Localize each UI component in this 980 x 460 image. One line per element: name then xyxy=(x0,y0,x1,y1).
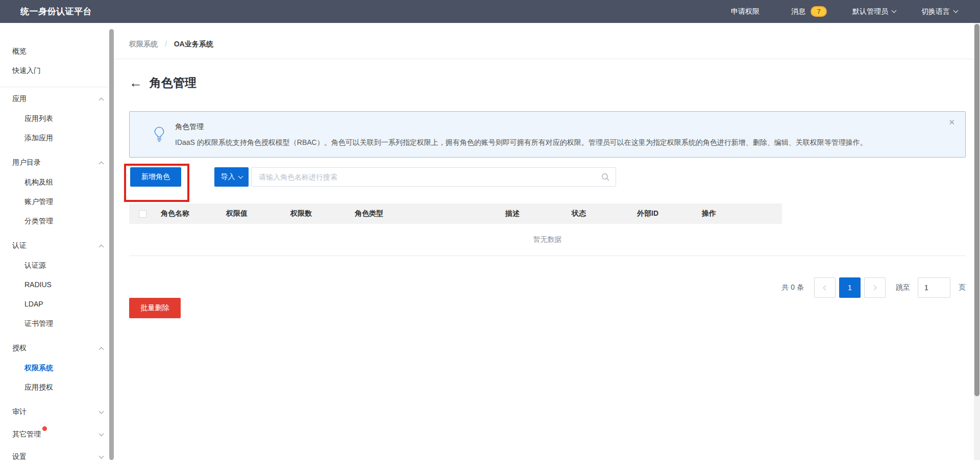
chevron-right-icon xyxy=(872,285,877,290)
main-content: 权限系统 / OA业务系统 ← 角色管理 角色管理 IDaaS 的权限系统支持角… xyxy=(114,23,980,460)
page-head: ← 角色管理 xyxy=(129,74,966,91)
sidebar-scrollbar[interactable] xyxy=(109,29,114,460)
page-body: 概览 快速入门 应用 应用列表 添加应用 用户目录 机构及组 账户管理 分类管理… xyxy=(0,23,980,460)
sidebar-divider xyxy=(0,87,114,87)
sidebar-item-app-authorization[interactable]: 应用授权 xyxy=(0,377,114,397)
message-count-badge: 7 xyxy=(811,6,827,17)
search-input[interactable] xyxy=(259,173,601,181)
chevron-down-icon xyxy=(892,8,897,13)
close-icon[interactable]: ✕ xyxy=(948,118,955,127)
admin-menu[interactable]: 默认管理员 xyxy=(852,7,896,16)
sidebar-item-account-mgmt[interactable]: 账户管理 xyxy=(0,192,114,211)
empty-state: 暂无数据 xyxy=(129,224,966,256)
header-divider xyxy=(114,59,980,59)
column-header-actions: 操作 xyxy=(702,209,782,218)
chevron-left-icon xyxy=(823,285,828,290)
sidebar-group-audit[interactable]: 审计 xyxy=(0,402,114,422)
breadcrumb-current: OA业务系统 xyxy=(174,40,213,48)
chevron-down-icon xyxy=(99,409,104,414)
search-icon[interactable] xyxy=(601,173,609,181)
import-button-label: 导入 xyxy=(221,172,235,182)
current-page-button[interactable]: 1 xyxy=(839,277,861,298)
next-page-button[interactable] xyxy=(864,277,886,298)
toolbar: 新增角色 导入 xyxy=(129,167,966,187)
page-unit-label: 页 xyxy=(959,283,966,292)
lightbulb-icon xyxy=(153,125,166,144)
sidebar-item-auth-source[interactable]: 认证源 xyxy=(0,255,114,275)
breadcrumb: 权限系统 / OA业务系统 xyxy=(129,40,966,49)
sidebar-group-user-directory[interactable]: 用户目录 xyxy=(0,153,114,172)
sidebar-item-cert-mgmt[interactable]: 证书管理 xyxy=(0,314,114,333)
column-header-status: 状态 xyxy=(572,209,637,218)
apply-permission-link[interactable]: 申请权限 xyxy=(731,7,760,16)
sidebar: 概览 快速入门 应用 应用列表 添加应用 用户目录 机构及组 账户管理 分类管理… xyxy=(0,23,114,460)
batch-delete-button[interactable]: 批量删除 xyxy=(129,298,181,318)
chevron-down-icon xyxy=(953,8,959,13)
search-box xyxy=(251,167,616,187)
add-role-button[interactable]: 新增角色 xyxy=(130,167,181,187)
prev-page-button[interactable] xyxy=(814,277,836,298)
sidebar-group-label: 设置 xyxy=(12,452,27,460)
sidebar-item-add-app[interactable]: 添加应用 xyxy=(0,128,114,147)
sidebar-item-ldap[interactable]: LDAP xyxy=(0,294,114,314)
topbar: 统一身份认证平台 申请权限 消息 7 默认管理员 切换语言 xyxy=(0,0,980,23)
table-header-row: 角色名称 权限值 权限数 角色类型 描述 状态 外部ID 操作 xyxy=(129,203,782,224)
chevron-down-icon xyxy=(238,174,243,179)
chevron-up-icon xyxy=(99,161,104,166)
language-menu[interactable]: 切换语言 xyxy=(921,7,958,16)
pagination: 共 0 条 1 跳至 页 xyxy=(129,277,966,298)
sidebar-item-overview[interactable]: 概览 xyxy=(0,41,114,61)
jump-label: 跳至 xyxy=(896,283,910,292)
sidebar-group-label: 用户目录 xyxy=(12,158,41,167)
sidebar-group-label: 授权 xyxy=(12,344,27,353)
info-text: 角色管理 IDaaS 的权限系统支持角色授权模型（RBAC）。角色可以关联到一系… xyxy=(175,121,867,147)
sidebar-item-permission-system[interactable]: 权限系统 xyxy=(0,358,114,377)
info-title: 角色管理 xyxy=(175,121,867,132)
sidebar-group-authorization[interactable]: 授权 xyxy=(0,339,114,358)
chevron-down-icon xyxy=(99,431,104,437)
chevron-down-icon xyxy=(99,454,104,459)
breadcrumb-separator: / xyxy=(165,40,167,48)
sidebar-item-category-mgmt[interactable]: 分类管理 xyxy=(0,211,114,231)
select-all-checkbox[interactable] xyxy=(139,210,146,218)
chevron-up-icon xyxy=(99,97,104,103)
column-header-role-name: 角色名称 xyxy=(161,209,226,218)
sidebar-group-authentication[interactable]: 认证 xyxy=(0,236,114,255)
sidebar-group-apps[interactable]: 应用 xyxy=(0,89,114,109)
sidebar-item-app-list[interactable]: 应用列表 xyxy=(0,109,114,128)
admin-menu-label: 默认管理员 xyxy=(852,7,888,16)
language-menu-label: 切换语言 xyxy=(921,7,950,16)
page-scrollbar xyxy=(974,23,980,460)
sidebar-group-label: 其它管理 xyxy=(12,430,41,438)
column-header-description: 描述 xyxy=(505,209,572,218)
page-scrollbar-thumb[interactable] xyxy=(974,24,979,396)
app-title: 统一身份认证平台 xyxy=(20,6,92,17)
import-button[interactable]: 导入 xyxy=(214,167,249,187)
sidebar-item-radius[interactable]: RADIUS xyxy=(0,275,114,294)
breadcrumb-parent[interactable]: 权限系统 xyxy=(129,40,158,48)
column-header-external-id: 外部ID xyxy=(637,209,702,218)
page-jump-input[interactable] xyxy=(918,277,950,298)
info-banner: 角色管理 IDaaS 的权限系统支持角色授权模型（RBAC）。角色可以关联到一系… xyxy=(129,111,966,158)
column-header-permission-count: 权限数 xyxy=(290,209,355,218)
chevron-up-icon xyxy=(99,244,104,249)
total-count: 共 0 条 xyxy=(781,283,804,292)
sidebar-group-label: 应用 xyxy=(12,94,27,104)
back-arrow-icon[interactable]: ← xyxy=(129,76,142,89)
select-all-cell xyxy=(129,210,161,218)
notification-dot xyxy=(42,426,47,431)
topbar-menu: 申请权限 消息 7 默认管理员 切换语言 xyxy=(731,6,958,17)
sidebar-group-label: 审计 xyxy=(12,407,27,417)
chevron-up-icon xyxy=(99,347,104,352)
sidebar-item-org-groups[interactable]: 机构及组 xyxy=(0,172,114,192)
column-header-role-type: 角色类型 xyxy=(355,209,505,218)
messages-link[interactable]: 消息 xyxy=(791,7,805,16)
info-description: IDaaS 的权限系统支持角色授权模型（RBAC）。角色可以关联到一系列指定权限… xyxy=(175,137,867,147)
sidebar-item-quickstart[interactable]: 快速入门 xyxy=(0,61,114,80)
sidebar-group-settings[interactable]: 设置 xyxy=(0,447,114,460)
sidebar-group-other-mgmt[interactable]: 其它管理 xyxy=(0,425,114,444)
column-header-permission-value: 权限值 xyxy=(226,209,290,218)
sidebar-group-label: 认证 xyxy=(12,241,27,250)
page-title: 角色管理 xyxy=(150,75,197,91)
